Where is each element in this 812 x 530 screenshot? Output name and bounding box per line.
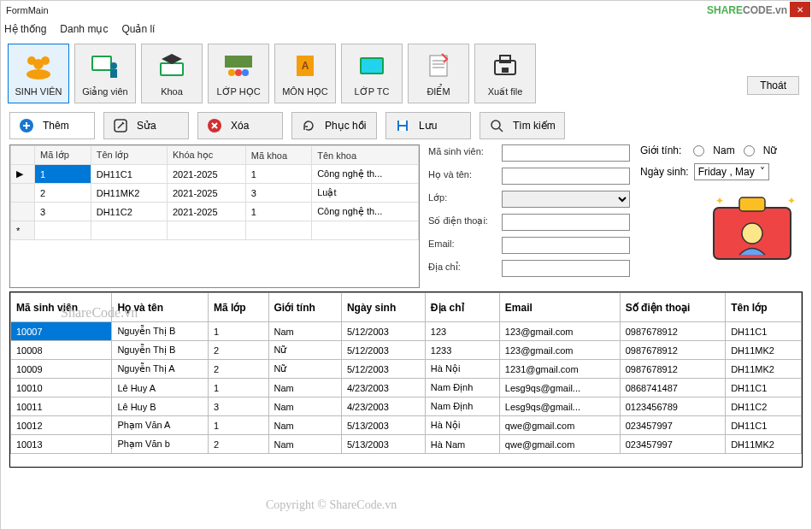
exit-button[interactable]: Thoát [747,76,799,95]
action-luu[interactable]: Lưu [385,112,471,139]
action-them[interactable]: Thêm [9,112,95,139]
watermark-1: ShareCode.vn [61,305,138,321]
svg-rect-30 [399,127,406,131]
id-card-image: ✦ ✦ [705,191,799,268]
toolbar-label: Khoa [161,86,183,97]
svg-point-12 [235,69,242,76]
action-xoa[interactable]: Xóa [197,112,283,139]
chevron-down-icon: ˅ [760,166,765,178]
action-label: Phục hồi [325,120,366,132]
input-dia-chi[interactable] [502,260,630,277]
datepicker[interactable]: Friday , May ˅ [694,163,769,180]
table-row[interactable]: 10010Lê Huy A1Nam4/23/2003Nam ĐịnhLesg9q… [11,379,802,398]
svg-point-34 [742,223,762,244]
actionbar: Thêm Sửa Xóa Phục hồi Lưu Tìm kiếm [1,109,811,144]
toolbar-lop-hoc[interactable]: LỚP HỌC [208,44,269,103]
input-ho-ten[interactable] [502,168,630,185]
table-row[interactable]: 10009Nguyễn Thị A2Nữ5/12/2003Hà Nội1231@… [11,360,802,379]
delete-icon [207,118,222,133]
toolbar-giang-vien[interactable]: Giảng viên [74,44,136,103]
input-ma-sv[interactable] [502,144,630,162]
toolbar-mon-hoc[interactable]: A MÔN HỌC [274,44,336,103]
menubar: Hệ thống Danh mục Quản lí [1,20,811,38]
menu-he-thong[interactable]: Hệ thống [4,23,46,35]
sharecode-logo: SHARECODE.vn [707,3,787,16]
save-icon [395,118,410,133]
svg-rect-17 [362,59,382,73]
teacher-icon [88,50,122,81]
faculty-icon [155,50,189,81]
menu-danh-muc[interactable]: Danh mục [60,23,108,35]
refresh-icon [301,118,316,133]
toolbar-khoa[interactable]: Khoa [141,44,203,103]
input-email[interactable] [502,237,630,254]
label-gioi-tinh: Giới tính: [640,144,681,156]
label-nu: Nữ [763,144,778,156]
svg-point-3 [26,69,50,80]
date-value: Friday , May [698,166,755,178]
label-dia-chi: Địa chỉ: [428,260,497,277]
action-sua[interactable]: Sửa [103,112,189,139]
svg-point-13 [242,69,249,76]
toolbar-xuat-file[interactable]: Xuất file [474,44,536,103]
toolbar-label: LỚP HỌC [216,86,260,97]
toolbar: SINH VIÊN Giảng viên Khoa LỚP HỌC A MÔN … [1,38,811,109]
table-row[interactable]: 10012Phạm Văn A1Nam5/13/2003Hà Nộiqwe@gm… [11,416,802,435]
radio-nam[interactable] [693,145,704,156]
input-sdt[interactable] [502,214,630,231]
svg-point-11 [228,69,235,76]
svg-rect-10 [225,56,252,68]
window-title: FormMain [6,5,49,15]
label-sdt: Số điện thoại: [428,214,497,231]
search-icon [489,118,504,133]
toolbar-label: SINH VIÊN [15,86,62,97]
label-nam: Nam [713,144,734,156]
svg-rect-24 [502,68,509,73]
svg-text:A: A [302,60,309,72]
action-label: Xóa [231,120,249,132]
action-label: Lưu [419,120,437,132]
toolbar-label: MÔN HỌC [282,86,328,97]
svg-text:✦: ✦ [715,195,724,207]
svg-point-31 [491,121,500,129]
toolbar-label: LỚP TC [355,86,390,97]
action-phuc-hoi[interactable]: Phục hồi [291,112,377,139]
table-row[interactable]: 10008Nguyễn Thị B2Nữ5/12/20031233123@gma… [11,341,802,360]
label-ma-sv: Mã sinh viên: [428,144,497,162]
action-label: Sửa [137,120,156,132]
score-icon [421,50,456,81]
label-ho-ten: Họ và tên: [428,168,497,185]
toolbar-diem[interactable]: ĐIỂM [408,44,469,103]
table-row[interactable]: 10013Phạm Văn b2Nam5/13/2003Hà Namqwe@gm… [11,435,802,454]
table-row[interactable]: 10007Nguyễn Thị B1Nam5/12/2003123123@gma… [11,322,802,341]
credit-class-icon [355,50,389,81]
radio-nu[interactable] [744,145,755,156]
toolbar-label: ĐIỂM [427,86,450,97]
menu-quan-li[interactable]: Quản lí [121,23,155,35]
svg-rect-18 [430,56,447,76]
subject-icon: A [288,50,322,81]
toolbar-label: Giảng viên [82,86,127,97]
form-panel: Mã sinh viên: Họ và tên: Lớp: Số điện th… [428,144,803,288]
svg-rect-5 [93,57,110,69]
svg-point-6 [110,62,117,69]
svg-rect-29 [399,121,406,125]
toolbar-lop-tc[interactable]: LỚP TC [341,44,403,103]
export-icon [488,50,522,81]
svg-rect-33 [739,197,765,211]
toolbar-sinh-vien[interactable]: SINH VIÊN [8,44,69,103]
edit-icon [113,118,128,133]
svg-rect-9 [162,64,182,74]
svg-point-2 [33,59,44,69]
watermark-2: Copyright © ShareCode.vn [266,498,397,512]
select-lop[interactable] [502,191,630,208]
action-label: Tìm kiếm [513,120,556,132]
action-label: Thêm [43,120,69,132]
label-email: Email: [428,237,497,254]
class-table[interactable]: Mã lớpTên lớpKhóa họcMã khoaTên khoa ▶1D… [9,144,420,288]
label-lop: Lớp: [428,191,497,208]
close-button[interactable]: ✕ [790,2,810,17]
table-row[interactable]: 10011Lê Huy B3Nam4/23/2003Nam ĐịnhLesg9q… [11,398,802,416]
toolbar-label: Xuất file [488,86,523,97]
action-tim-kiem[interactable]: Tìm kiếm [480,112,565,139]
